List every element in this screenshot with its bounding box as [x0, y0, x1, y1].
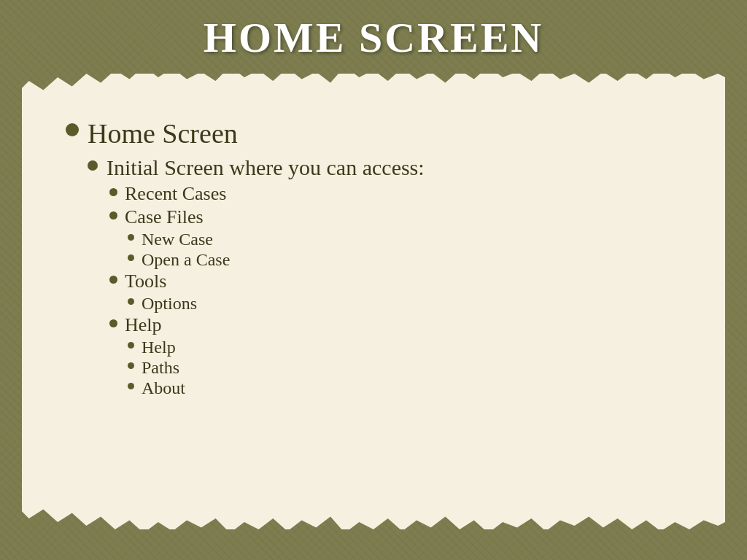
- paper-torn-bottom: [22, 504, 725, 529]
- list-item: New Case: [128, 230, 681, 249]
- list-item: Case Files: [109, 206, 681, 228]
- bullet-icon: [128, 362, 134, 369]
- help-sub-label: Help: [142, 338, 176, 357]
- recent-cases-label: Recent Cases: [125, 183, 226, 205]
- list-item: About: [128, 378, 681, 398]
- case-files-label: Case Files: [125, 206, 204, 228]
- bullet-icon: [66, 123, 79, 136]
- bullet-icon: [88, 160, 98, 171]
- bullet-icon: [128, 254, 134, 261]
- level3-block: Recent Cases Case Files New Case: [109, 183, 681, 398]
- list-item: Home Screen: [66, 117, 681, 149]
- level4-block-help: Help Paths About: [128, 338, 681, 398]
- list-item: Options: [128, 294, 681, 314]
- bullet-icon: [128, 234, 134, 241]
- paths-label: Paths: [142, 358, 179, 378]
- bullet-icon: [109, 319, 117, 327]
- level4-block-casefiles: New Case Open a Case: [128, 230, 681, 270]
- title-area: HOME SCREEN: [0, 0, 747, 74]
- paper-torn-top: [22, 74, 725, 96]
- list-item: Recent Cases: [109, 183, 681, 205]
- help-label: Help: [125, 314, 162, 336]
- list-item: Paths: [128, 358, 681, 378]
- new-case-label: New Case: [142, 230, 213, 249]
- level2-text: Initial Screen where you can access:: [107, 155, 425, 180]
- list-item: Help: [128, 338, 681, 357]
- level4-block-tools: Options: [128, 294, 681, 314]
- tools-label: Tools: [125, 271, 166, 292]
- level2-block: Initial Screen where you can access: Rec…: [88, 155, 681, 398]
- paper-body: Home Screen Initial Screen where you can…: [22, 96, 725, 504]
- page-title: HOME SCREEN: [0, 13, 747, 62]
- list-item: Open a Case: [128, 250, 681, 270]
- bullet-icon: [109, 276, 117, 284]
- bullet-icon: [109, 211, 117, 219]
- list-item: Initial Screen where you can access:: [88, 155, 681, 180]
- about-label: About: [142, 378, 185, 398]
- bullet-icon: [128, 298, 134, 305]
- open-case-label: Open a Case: [142, 250, 230, 270]
- list-item: Help: [109, 314, 681, 336]
- content-area: Home Screen Initial Screen where you can…: [66, 110, 681, 406]
- options-label: Options: [142, 294, 197, 314]
- level1-text: Home Screen: [88, 117, 238, 149]
- bullet-icon: [128, 383, 134, 389]
- list-item: Tools: [109, 271, 681, 292]
- bullet-icon: [109, 188, 117, 196]
- paper-container: Home Screen Initial Screen where you can…: [22, 74, 725, 526]
- bullet-icon: [128, 342, 134, 349]
